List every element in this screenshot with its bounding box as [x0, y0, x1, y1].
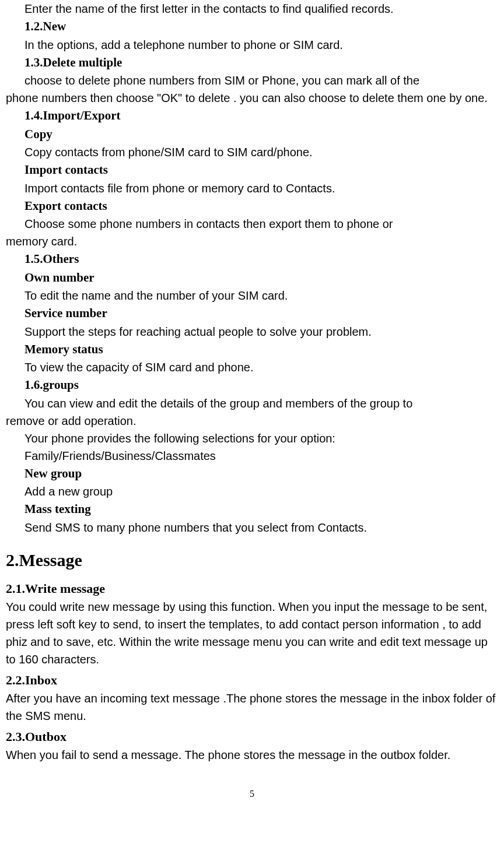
heading-export-contacts: Export contacts [6, 197, 498, 216]
body-text: When you fail to send a message. The pho… [6, 746, 498, 764]
body-text: remove or add operation. [6, 412, 498, 430]
body-text: Support the steps for reaching actual pe… [6, 323, 498, 340]
heading-2-3: 2.3.Outbox [6, 727, 498, 746]
body-text: You could write new message by using thi… [6, 598, 498, 668]
heading-service-number: Service number [6, 304, 498, 323]
body-text: After you have an incoming text message … [6, 690, 498, 725]
body-text: Enter the name of the first letter in th… [6, 0, 498, 17]
heading-import-contacts: Import contacts [6, 161, 498, 180]
heading-new-group: New group [6, 465, 498, 483]
heading-1-4: 1.4.Import/Export [6, 107, 498, 125]
heading-2-2: 2.2.Inbox [6, 670, 498, 690]
body-text: In the options, add a telephone number t… [6, 36, 498, 54]
heading-2-message: 2.Message [6, 547, 498, 573]
body-text: Choose some phone numbers in contacts th… [6, 215, 498, 233]
heading-own-number: Own number [6, 269, 498, 287]
body-text: You can view and edit the details of the… [6, 395, 498, 412]
body-text: Import contacts file from phone or memor… [6, 180, 498, 197]
body-text: To view the capacity of SIM card and pho… [6, 359, 498, 376]
body-text: Add a new group [6, 483, 498, 500]
document-page: Enter the name of the first letter in th… [0, 0, 504, 836]
body-text: Your phone provides the following select… [6, 430, 498, 447]
heading-1-6: 1.6.groups [6, 376, 498, 395]
page-number: 5 [6, 787, 498, 801]
body-text: phone numbers then choose "OK" to delete… [6, 89, 498, 107]
heading-1-3: 1.3.Delete multiple [6, 54, 498, 72]
heading-1-2: 1.2.New [6, 17, 498, 36]
body-text: choose to delete phone numbers from SIM … [6, 72, 498, 89]
heading-copy: Copy [6, 125, 498, 144]
heading-mass-texting: Mass texting [6, 500, 498, 519]
heading-memory-status: Memory status [6, 340, 498, 359]
body-text: memory card. [6, 233, 498, 250]
body-text: Copy contacts from phone/SIM card to SIM… [6, 143, 498, 161]
heading-2-1: 2.1.Write message [6, 579, 498, 598]
body-text: Send SMS to many phone numbers that you … [6, 519, 498, 536]
body-text: Family/Friends/Business/Classmates [6, 447, 498, 465]
body-text: To edit the name and the number of your … [6, 287, 498, 304]
heading-1-5: 1.5.Others [6, 250, 498, 269]
